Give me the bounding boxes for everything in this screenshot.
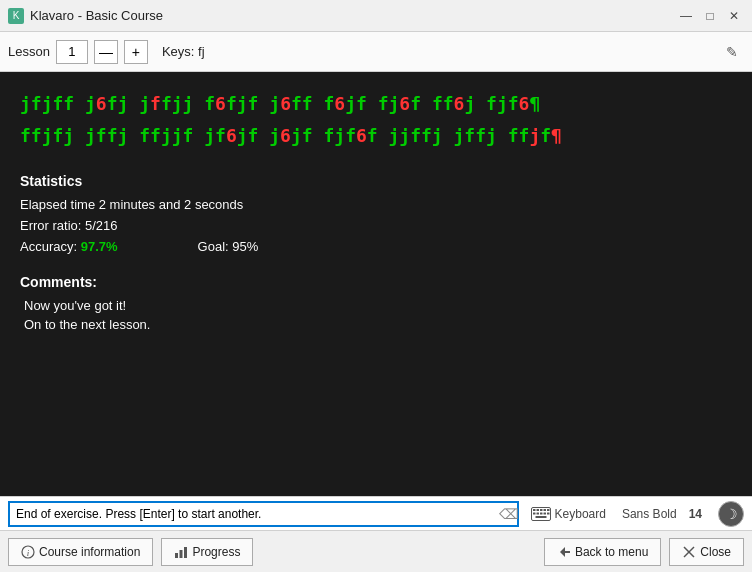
svg-rect-14 [175, 553, 178, 558]
titlebar-controls: — □ ✕ [676, 6, 744, 26]
typing-line-2: ffjfj jffj ffjjf jf6jf j6jf fjf6f jjffj … [20, 120, 732, 152]
lesson-number: 1 [56, 40, 88, 64]
svg-rect-7 [536, 512, 539, 514]
comment-line-1: Now you've got it! [20, 298, 732, 313]
theme-toggle-button[interactable]: ☽ [718, 501, 744, 527]
typing-char: jfjff j [20, 93, 96, 114]
minus-icon: — [99, 44, 113, 60]
typing-display: jfjff j6fj jffjj f6fjf j6ff f6jf fj6f ff… [20, 88, 732, 153]
close-button[interactable]: Close [669, 538, 744, 566]
statusbar: ⌫ Keyboard Sans Bold 14 ☽ [0, 496, 752, 530]
error-ratio: Error ratio: 5/216 [20, 218, 732, 233]
svg-rect-1 [533, 509, 536, 511]
keyboard-label: Keyboard [555, 507, 606, 521]
svg-rect-2 [536, 509, 539, 511]
titlebar: K Klavaro - Basic Course — □ ✕ [0, 0, 752, 32]
font-size: 14 [689, 507, 702, 521]
typing-char-error: 6 [96, 93, 107, 114]
svg-rect-16 [184, 547, 187, 558]
comment-line-2: On to the next lesson. [20, 317, 732, 332]
minimize-button[interactable]: — [676, 6, 696, 26]
progress-button[interactable]: Progress [161, 538, 253, 566]
clear-icon: ⌫ [499, 506, 519, 522]
accuracy-row: Accuracy: 97.7% Goal: 95% [20, 239, 732, 254]
svg-rect-9 [543, 512, 546, 514]
svg-rect-6 [533, 512, 536, 514]
goal-label: Goal: 95% [198, 239, 259, 254]
app-icon: K [8, 8, 24, 24]
close-button[interactable]: ✕ [724, 6, 744, 26]
svg-rect-18 [564, 551, 570, 553]
svg-rect-8 [540, 512, 543, 514]
course-information-button[interactable]: i Course information [8, 538, 153, 566]
plus-icon: + [132, 44, 140, 60]
statistics-section: Statistics Elapsed time 2 minutes and 2 … [20, 173, 732, 254]
svg-text:i: i [27, 548, 30, 558]
close-icon [682, 545, 696, 559]
font-label: Sans Bold [622, 507, 677, 521]
comments-title: Comments: [20, 274, 732, 290]
back-to-menu-button[interactable]: Back to menu [544, 538, 661, 566]
lesson-increase-button[interactable]: + [124, 40, 148, 64]
accuracy-value: 97.7% [81, 239, 118, 254]
theme-icon: ☽ [725, 506, 738, 522]
comments-section: Comments: Now you've got it! On to the n… [20, 274, 732, 332]
svg-rect-15 [180, 550, 183, 558]
typing-line-1: jfjff j6fj jffjj f6fjf j6ff f6jf fj6f ff… [20, 88, 732, 120]
clear-input-button[interactable]: ⌫ [499, 504, 519, 524]
info-icon: i [21, 545, 35, 559]
edit-button[interactable]: ✎ [720, 40, 744, 64]
statistics-title: Statistics [20, 173, 732, 189]
toolbar: Lesson 1 — + Keys: fj ✎ [0, 32, 752, 72]
main-content: jfjff j6fj jffjj f6fjf j6ff f6jf fj6f ff… [0, 72, 752, 496]
titlebar-left: K Klavaro - Basic Course [8, 8, 163, 24]
accuracy-label: Accuracy: 97.7% [20, 239, 118, 254]
back-icon [557, 545, 571, 559]
svg-rect-11 [535, 516, 546, 518]
keys-label: Keys: fj [162, 44, 205, 59]
maximize-button[interactable]: □ [700, 6, 720, 26]
lesson-decrease-button[interactable]: — [94, 40, 118, 64]
svg-rect-10 [547, 512, 550, 514]
window-title: Klavaro - Basic Course [30, 8, 163, 23]
progress-icon [174, 545, 188, 559]
status-input[interactable] [8, 501, 519, 527]
edit-icon: ✎ [726, 44, 738, 60]
bottombar: i Course information Progress Back to me… [0, 530, 752, 572]
keyboard-control: Keyboard [531, 507, 606, 521]
svg-rect-3 [540, 509, 543, 511]
lesson-label: Lesson [8, 44, 50, 59]
svg-rect-4 [543, 509, 546, 511]
svg-rect-5 [547, 509, 550, 511]
elapsed-time: Elapsed time 2 minutes and 2 seconds [20, 197, 732, 212]
keyboard-icon [531, 507, 551, 521]
